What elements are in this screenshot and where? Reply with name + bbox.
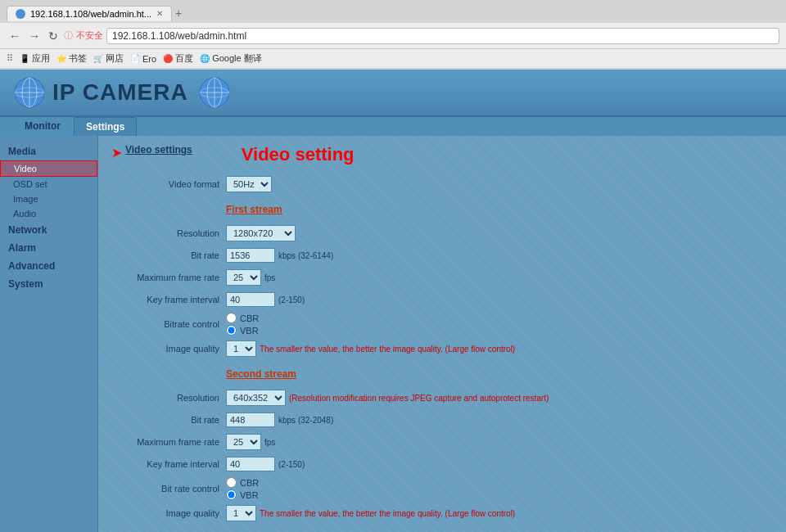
security-icon: ⓘ (64, 29, 73, 42)
bookmark-ero[interactable]: 📄 Ero (130, 54, 156, 64)
first-stream-label: Video settings (125, 144, 192, 156)
keyframe2-hint: (2-150) (278, 460, 305, 469)
bitrate2-hint: kbps (32-2048) (278, 416, 333, 425)
tab-bar: 192.168.1.108/web/admin.ht... ✕ + (0, 0, 786, 23)
main-nav-tabs: Monitor Settings (0, 117, 786, 136)
image-quality-hint: The smaller the value, the better the im… (260, 345, 515, 354)
second-stream-heading-row: Second stream (111, 362, 773, 385)
resolution-row: Resolution 1280x720 1920x1080 640x480 (111, 224, 773, 242)
image-quality-row: Image quality 12345 The smaller the valu… (111, 340, 773, 358)
vbr-row: VBR (226, 325, 259, 336)
page-title: Video setting (242, 144, 355, 165)
bookmark-bookmarks[interactable]: ⭐ 书签 (56, 52, 87, 65)
max-framerate2-select[interactable]: 253015 (226, 434, 261, 450)
second-stream-label: Second stream (226, 368, 296, 380)
sidebar-category-system[interactable]: System (0, 275, 97, 293)
forward-button[interactable]: → (26, 29, 43, 43)
bookmarks-bar: ⠿ 📱 应用 ⭐ 书签 🛒 网店 📄 Ero 🔴 百度 🌐 Google 翻译 (0, 49, 786, 69)
resolution2-select[interactable]: 640x352 320x240 (226, 390, 286, 406)
app-header: IP CAMERA (0, 70, 786, 117)
main-panel: ➤ Video settings Video setting Video for… (98, 136, 786, 532)
image-quality2-row: Image quality 12345 The smaller the valu… (111, 504, 773, 522)
bookmark-baidu[interactable]: 🔴 百度 (163, 52, 193, 65)
resolution2-hint: (Resolution modification requires JPEG c… (289, 394, 549, 403)
sidebar-category-network[interactable]: Network (0, 221, 97, 239)
sidebar-category-alarm[interactable]: Alarm (0, 239, 97, 257)
bookmark-google-translate[interactable]: 🌐 Google 翻译 (200, 52, 262, 65)
resolution2-label: Resolution (111, 393, 226, 403)
resolution-label: Resolution (111, 228, 226, 238)
cbr2-radio[interactable] (226, 477, 237, 488)
first-stream-row: First stream (111, 197, 773, 220)
bitrate-control-row: Bitrate control CBR VBR (111, 313, 773, 336)
keyframe-label: Key frame interval (111, 295, 226, 304)
bookmark-apps[interactable]: 📱 应用 (20, 52, 50, 65)
sidebar-item-osd[interactable]: OSD set (0, 177, 97, 192)
arrow-icon: ➤ (111, 145, 122, 160)
bitrate2-row: Bit rate kbps (32-2048) (111, 411, 773, 429)
bookmark-shop[interactable]: 🛒 网店 (93, 52, 124, 65)
tab-settings[interactable]: Settings (74, 117, 137, 136)
sidebar-category-advanced[interactable]: Advanced (0, 257, 97, 275)
security-text: 不安全 (76, 29, 103, 42)
keyframe-row: Key frame interval (2-150) (111, 291, 773, 309)
tab-title: 192.168.1.108/web/admin.ht... (30, 9, 151, 19)
browser-chrome: 192.168.1.108/web/admin.ht... ✕ + ← → ↻ … (0, 0, 786, 70)
max-framerate-row: Maximum frame rate 25 30 15 fps (111, 268, 773, 286)
image-quality-label: Image quality (111, 344, 226, 354)
cbr-row: CBR (226, 313, 259, 323)
bitrate-hint: kbps (32-6144) (278, 251, 333, 260)
vbr2-label: VBR (240, 490, 259, 500)
sidebar-item-audio[interactable]: Audio (0, 206, 97, 221)
keyframe-hint: (2-150) (278, 295, 305, 304)
max-framerate2-row: Maximum frame rate 253015 fps (111, 433, 773, 451)
tab-monitor[interactable]: Monitor (13, 117, 72, 136)
back-button[interactable]: ← (7, 29, 23, 43)
address-bar[interactable] (106, 28, 779, 44)
framerate-unit: fps (264, 273, 275, 282)
max-framerate-label: Maximum frame rate (111, 273, 226, 282)
refresh-button[interactable]: ↻ (46, 29, 61, 43)
browser-nav: ← → ↻ ⓘ 不安全 (0, 23, 786, 49)
vbr2-row: VBR (226, 489, 259, 500)
vbr-radio[interactable] (226, 325, 237, 336)
new-tab-button[interactable]: + (175, 7, 182, 20)
sidebar-category-media[interactable]: Media (0, 142, 97, 160)
vbr2-radio[interactable] (226, 489, 237, 500)
bitrate-control-group: CBR VBR (226, 313, 259, 336)
image-quality2-label: Image quality (111, 508, 226, 518)
tab-close-button[interactable]: ✕ (156, 9, 163, 18)
tab-favicon (16, 9, 25, 19)
logo-globe-right (198, 76, 231, 109)
sidebar-item-image[interactable]: Image (0, 192, 97, 206)
cbr-radio[interactable] (226, 313, 237, 323)
bitrate-control-label: Bitrate control (111, 319, 226, 329)
bitrate-input[interactable] (226, 248, 275, 263)
keyframe2-row: Key frame interval (2-150) (111, 455, 773, 473)
bitrate2-input[interactable] (226, 413, 275, 427)
bitrate-label: Bit rate (111, 250, 226, 260)
cbr-label: CBR (240, 313, 259, 323)
browser-tab[interactable]: 192.168.1.108/web/admin.ht... ✕ (7, 6, 172, 21)
cbr2-row: CBR (226, 477, 259, 488)
keyframe2-input[interactable] (226, 457, 275, 471)
bitrate2-label: Bit rate (111, 415, 226, 425)
logo-text: IP CAMERA (52, 79, 188, 106)
keyframe-input[interactable] (226, 292, 275, 307)
resolution-select[interactable]: 1280x720 1920x1080 640x480 (226, 225, 296, 241)
top-header-row: ➤ Video settings Video setting (111, 144, 773, 172)
sidebar-item-video[interactable]: Video (0, 160, 97, 177)
max-framerate2-label: Maximum frame rate (111, 437, 226, 447)
max-framerate-select[interactable]: 25 30 15 (226, 269, 261, 286)
content-area: Media Video OSD set Image Audio Network … (0, 136, 786, 532)
bitrate-row: Bit rate kbps (32-6144) (111, 246, 773, 264)
image-quality2-select[interactable]: 12345 (226, 505, 256, 521)
app-logo: IP CAMERA (13, 76, 231, 109)
video-format-row: Video format 50Hz 60Hz (111, 175, 773, 193)
keyframe2-label: Key frame interval (111, 459, 226, 469)
resolution2-row: Resolution 640x352 320x240 (Resolution m… (111, 389, 773, 407)
vbr-label: VBR (240, 326, 259, 336)
image-quality-select[interactable]: 12345 (226, 340, 256, 357)
bitrate-control2-row: Bit rate control CBR VBR (111, 477, 773, 500)
video-format-select[interactable]: 50Hz 60Hz (226, 176, 272, 192)
